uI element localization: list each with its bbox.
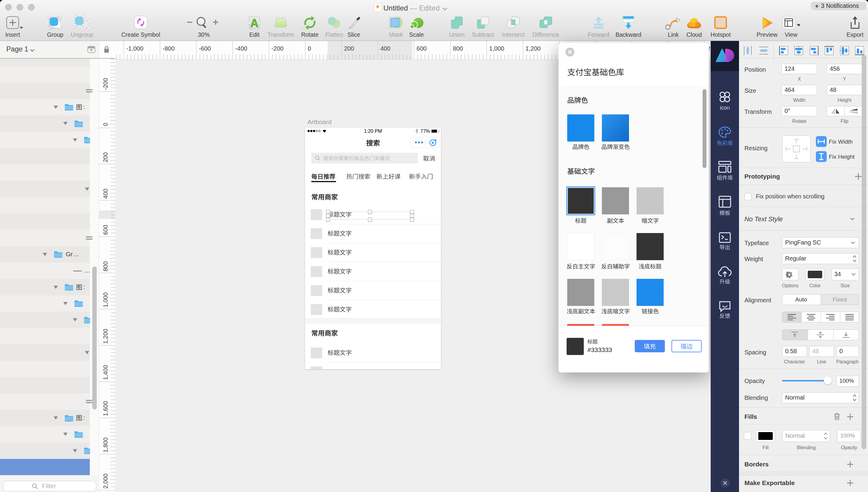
svg-text:A: A bbox=[250, 17, 258, 29]
